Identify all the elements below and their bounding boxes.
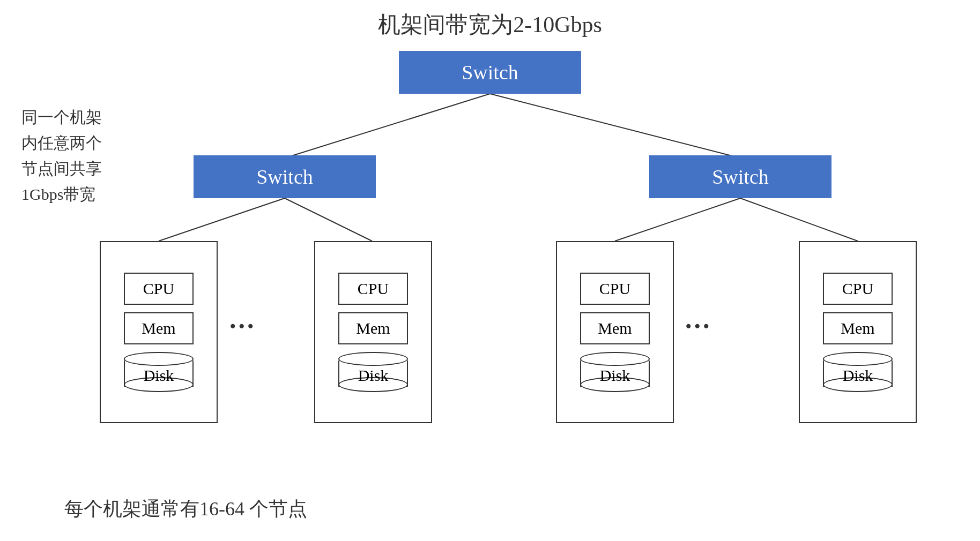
top-switch: Switch (399, 51, 581, 94)
node-4: CPU Mem Disk (799, 241, 917, 423)
node1-cpu: CPU (124, 273, 194, 305)
node3-mem: Mem (580, 312, 650, 344)
svg-line-0 (285, 94, 490, 158)
node2-disk: Disk (338, 352, 408, 392)
right-switch: Switch (649, 155, 831, 198)
svg-line-5 (740, 198, 858, 241)
node3-cpu: CPU (580, 273, 650, 305)
dots-left: ··· (229, 311, 256, 342)
node-1: CPU Mem Disk (100, 241, 218, 423)
node2-cpu: CPU (338, 273, 408, 305)
svg-line-2 (159, 198, 285, 241)
node1-disk: Disk (124, 352, 194, 392)
node2-mem: Mem (338, 312, 408, 344)
node4-cpu: CPU (823, 273, 893, 305)
left-switch: Switch (194, 155, 376, 198)
title: 机架间带宽为2-10Gbps (378, 10, 602, 40)
side-note: 同一个机架 内任意两个 节点间共享 1Gbps带宽 (21, 104, 102, 207)
svg-line-3 (285, 198, 372, 241)
node-2: CPU Mem Disk (314, 241, 432, 423)
node4-mem: Mem (823, 312, 893, 344)
node-3: CPU Mem Disk (556, 241, 674, 423)
dots-right: ··· (685, 311, 712, 342)
bottom-note: 每个机架通常有16-64 个节点 (64, 496, 307, 522)
svg-line-1 (490, 94, 740, 158)
node1-mem: Mem (124, 312, 194, 344)
diagram: 机架间带宽为2-10Gbps 同一个机架 内任意两个 节点间共享 1Gbps带宽… (0, 0, 980, 541)
node3-disk: Disk (580, 352, 650, 392)
svg-line-4 (615, 198, 740, 241)
node4-disk: Disk (823, 352, 893, 392)
